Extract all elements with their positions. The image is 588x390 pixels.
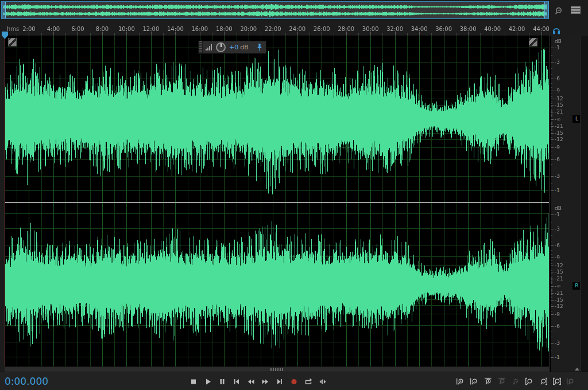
zoom-to-selection-button[interactable] (552, 376, 562, 387)
timeline-tick (505, 33, 505, 36)
db-scale-tick (551, 276, 552, 276)
db-scale-tick (551, 190, 554, 191)
move-to-previous-button[interactable] (231, 376, 242, 387)
fast-forward-button[interactable] (260, 376, 270, 387)
timeline-tick (493, 32, 493, 36)
timeline-tick (407, 33, 408, 36)
zoom-out-full-button[interactable] (510, 376, 521, 387)
db-scale-tick (551, 318, 552, 318)
corner-resize-icon-right[interactable] (529, 38, 537, 46)
playhead-time-display[interactable]: 0:00.000 (5, 376, 48, 387)
move-to-next-button[interactable] (274, 376, 285, 387)
timeline-tick (517, 32, 517, 36)
zoom-to-out-point-button[interactable] (538, 376, 548, 387)
timeline-tick (41, 33, 42, 36)
channel-badge-r[interactable]: R (572, 282, 581, 290)
overview-range-handle-left[interactable] (2, 2, 6, 18)
waveform-display[interactable] (5, 36, 549, 372)
db-scale-label: -12 (555, 136, 563, 142)
db-scale-label: -15 (555, 297, 563, 303)
db-scale-label: -9 (555, 311, 560, 317)
timeline-tick (358, 33, 359, 36)
reset-zoom-button[interactable] (566, 376, 576, 387)
zoom-out-full-icon (511, 377, 520, 386)
db-scale-label: -15 (555, 130, 563, 136)
db-scale-tick (551, 62, 554, 63)
zoom-to-in-point-button[interactable] (524, 376, 535, 387)
waveform-canvas[interactable] (5, 36, 549, 366)
corner-resize-icon-left[interactable] (8, 38, 17, 46)
scroll-up-arrow-icon[interactable] (575, 368, 579, 370)
db-scale-label: -12 (555, 303, 563, 309)
db-scale-channel[interactable]: dB-1-1-3-3-6-6-9-9-12-12-15-15-21-21-∞L (551, 36, 581, 202)
move-to-previous-icon (232, 377, 241, 386)
record-button[interactable] (289, 376, 299, 387)
horizontal-scrollbar[interactable] (5, 366, 549, 372)
db-scale-label: -9 (555, 145, 560, 150)
audio-editor-window: hms 2:004:006:008:0010:0012:0014:0016:00… (0, 0, 588, 390)
rewind-button[interactable] (246, 376, 256, 387)
db-scale-label: -15 (555, 269, 563, 275)
amplitude-ruler[interactable]: dB-1-1-3-3-6-6-9-9-12-12-15-15-21-21-∞Ld… (550, 36, 580, 372)
db-scale-tick (551, 147, 554, 148)
loop-playback-button[interactable] (303, 376, 314, 387)
db-scale-tick (551, 229, 554, 229)
stop-button[interactable] (188, 376, 199, 387)
headphone-monitor-icon[interactable] (552, 26, 561, 35)
db-scale-tick (551, 101, 552, 102)
timeline-tick (102, 32, 103, 36)
db-scale-label: -6 (555, 323, 560, 329)
play-button[interactable] (203, 376, 213, 387)
record-icon (289, 377, 299, 386)
db-scale-label: -3 (555, 340, 560, 346)
move-to-next-icon (275, 377, 284, 386)
overview-waveform[interactable] (2, 2, 548, 18)
db-scale-tick (551, 127, 552, 128)
db-scale-label: -3 (555, 173, 560, 179)
db-scale-tick (551, 294, 552, 295)
panel-menu-icon[interactable] (571, 6, 581, 14)
zoom-out-amplitude-button[interactable] (497, 376, 507, 387)
timeline-ruler[interactable]: hms 2:004:006:008:0010:0012:0014:0016:00… (5, 24, 549, 36)
db-scale-tick (551, 275, 552, 275)
db-scale-tick (551, 183, 552, 184)
hud-drag-handle-icon[interactable] (199, 41, 203, 53)
gain-knob[interactable] (216, 42, 226, 52)
timeline-tick (395, 32, 396, 36)
pin-icon[interactable] (257, 44, 262, 51)
overview-range-handle-right[interactable] (544, 2, 548, 18)
db-scale-tick (551, 222, 552, 223)
overview-strip[interactable] (1, 1, 549, 19)
gain-value[interactable]: +0 (229, 44, 238, 51)
timeline-tick (468, 32, 469, 36)
db-scale-tick (551, 124, 552, 124)
zoom-in-amplitude-icon (483, 377, 493, 386)
db-scale-tick (551, 268, 552, 268)
db-scale-tick (551, 105, 554, 106)
pause-button[interactable] (217, 376, 227, 387)
db-scale-tick (551, 292, 552, 293)
timeline-tick (237, 33, 237, 36)
timeline-tick (431, 33, 432, 36)
db-scale-tick (551, 126, 552, 126)
zoom-in-amplitude-button[interactable] (483, 376, 493, 387)
timeline-tick (273, 32, 273, 36)
db-scale-label: -∞ (555, 116, 561, 122)
db-scale-tick (551, 68, 552, 69)
db-scale-tick (551, 337, 552, 337)
skip-selection-button[interactable] (318, 376, 328, 387)
channel-badge-l[interactable]: L (572, 115, 581, 123)
timeline-tick (29, 32, 29, 36)
db-scale-tick (551, 322, 552, 322)
db-scale-tick (551, 151, 552, 151)
zoom-out-full-icon[interactable] (553, 5, 564, 17)
db-scale-label: -21 (555, 290, 563, 296)
zoom-out-time-button[interactable] (469, 376, 479, 387)
db-scale-channel[interactable]: dB-1-1-3-3-6-6-9-9-12-12-15-15-21-21-∞R (551, 203, 581, 366)
zoom-in-time-button[interactable] (455, 376, 466, 387)
scrollbar-grip[interactable] (270, 368, 283, 371)
timeline-tick (529, 33, 529, 36)
rewind-icon (246, 377, 256, 386)
db-scale-tick (551, 170, 552, 170)
hud-gain-panel[interactable]: +0 dB (198, 41, 266, 54)
